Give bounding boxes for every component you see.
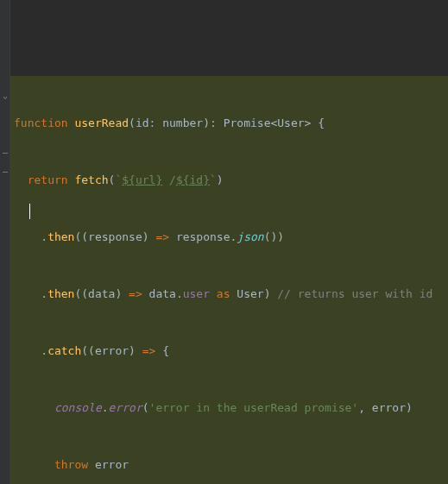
code-line[interactable]: .catch((error) => { (14, 342, 448, 361)
active-function-block: function userRead(id: number): Promise<U… (10, 76, 448, 484)
code-line[interactable]: return fetch(`${url} /${id}`) (14, 171, 448, 190)
code-line[interactable]: .then((data) => data.user as User) // re… (14, 285, 448, 304)
code-line[interactable]: console.error('error in the userRead pro… (14, 399, 448, 418)
fold-end-icon: – (1, 148, 9, 158)
code-line[interactable]: throw error (14, 456, 448, 475)
fold-chevron-icon[interactable]: ⌄ (1, 91, 9, 101)
code-area[interactable]: function userRead(id: number): Promise<U… (10, 0, 448, 484)
text-cursor (29, 204, 30, 219)
editor-gutter: ⌄ – – (0, 0, 10, 484)
code-line[interactable]: function userRead(id: number): Promise<U… (14, 114, 448, 133)
code-editor[interactable]: ⌄ – – function userRead(id: number): Pro… (0, 0, 448, 484)
code-line[interactable]: .then((response) => response.json()) (14, 228, 448, 247)
fold-end-icon: – (1, 167, 9, 177)
